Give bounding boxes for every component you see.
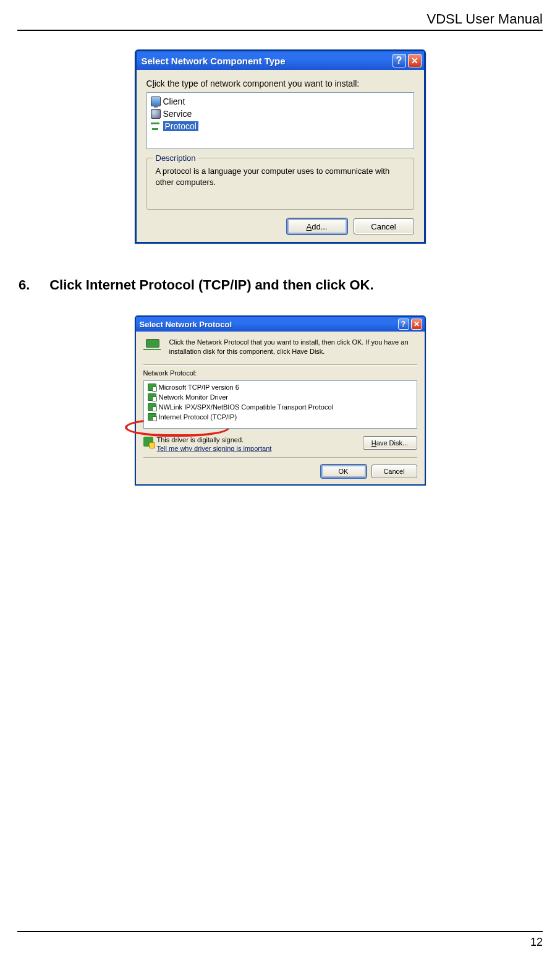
titlebar-title: Select Network Component Type (142, 56, 392, 66)
dialog-select-network-protocol: Select Network Protocol ? ✕ Click the Ne… (135, 315, 426, 486)
add-underline: A (307, 222, 312, 231)
list-item-nwlink[interactable]: NWLink IPX/SPX/NetBIOS Compatible Transp… (145, 402, 415, 412)
step-instruction: 6. Click Internet Protocol (TCP/IP) and … (19, 277, 543, 293)
help-button[interactable]: ? (398, 319, 409, 330)
step-number: 6. (19, 277, 46, 293)
list-item-label: Protocol (163, 121, 198, 131)
prompt-post: ick the type of network component you wa… (155, 79, 360, 88)
help-button[interactable]: ? (392, 54, 406, 67)
dialog-body: Click the type of network component you … (137, 70, 424, 242)
service-icon (151, 109, 161, 119)
divider (143, 364, 417, 366)
ok-text: OK (339, 468, 349, 475)
add-text: dd... (312, 222, 327, 231)
list-item-tcpip[interactable]: Internet Protocol (TCP/IP) (145, 412, 415, 422)
cancel-text: Cancel (371, 222, 396, 231)
cancel-button[interactable]: Cancel (354, 218, 414, 234)
cancel-text: Cancel (383, 468, 404, 475)
prompt-pre: C (146, 79, 153, 88)
signed-text: This driver is digitally signed. Tell me… (157, 436, 272, 452)
list-item-tcpip6[interactable]: Microsoft TCP/IP version 6 (145, 382, 415, 392)
list-item-label: Internet Protocol (TCP/IP) (159, 413, 237, 421)
havedisk-underline: H (371, 439, 376, 447)
list-item-service[interactable]: Service (150, 108, 411, 120)
signed-row: This driver is digitally signed. Tell me… (143, 436, 417, 452)
dialog-body: Click the Network Protocol that you want… (136, 332, 425, 484)
have-disk-button[interactable]: Have Disk... (363, 436, 417, 450)
list-item-label: Service (163, 109, 192, 119)
header-title: VDSL User Manual (17, 11, 543, 31)
description-groupbox: Description A protocol is a language you… (146, 158, 414, 210)
cancel-button[interactable]: Cancel (371, 465, 417, 478)
signing-info-link[interactable]: Tell me why driver signing is important (157, 445, 272, 452)
add-button[interactable]: Add... (287, 218, 347, 234)
prompt-label: Click the type of network component you … (146, 79, 414, 88)
signed-icon (143, 437, 153, 447)
list-item-label: Client (163, 96, 185, 106)
signed-line: This driver is digitally signed. (157, 436, 272, 444)
protocol-item-icon (148, 384, 156, 391)
list-item-netmon[interactable]: Network Monitor Driver (145, 392, 415, 402)
page: VDSL User Manual Select Network Componen… (0, 0, 560, 960)
groupbox-text: A protocol is a language your computer u… (156, 166, 390, 187)
protocol-icon (151, 121, 161, 131)
havedisk-text: ave Disk... (376, 439, 408, 447)
instructions-text: Click the Network Protocol that you want… (169, 338, 417, 356)
list-item-protocol[interactable]: Protocol (150, 120, 411, 132)
network-icon (143, 339, 163, 354)
list-item-label: NWLink IPX/SPX/NetBIOS Compatible Transp… (159, 403, 333, 411)
protocol-item-icon (148, 413, 156, 421)
list-item-client[interactable]: Client (150, 95, 411, 108)
divider (143, 457, 417, 458)
groupbox-legend: Description (153, 153, 198, 164)
titlebar-title: Select Network Protocol (140, 320, 398, 329)
list-item-label: Microsoft TCP/IP version 6 (159, 384, 239, 391)
instructions-row: Click the Network Protocol that you want… (143, 338, 417, 356)
titlebar: Select Network Component Type ? ✕ (137, 51, 424, 70)
page-number: 12 (17, 931, 543, 949)
dialog-select-component-type: Select Network Component Type ? ✕ Click … (135, 49, 426, 244)
titlebar: Select Network Protocol ? ✕ (136, 317, 425, 332)
list-item-label: Network Monitor Driver (159, 393, 228, 401)
close-button[interactable]: ✕ (411, 319, 422, 330)
protocol-listbox[interactable]: Microsoft TCP/IP version 6 Network Monit… (143, 380, 417, 429)
list-label: Network Protocol: (143, 369, 417, 377)
step-text: Click Internet Protocol (TCP/IP) and the… (49, 277, 373, 293)
protocol-item-icon (148, 393, 156, 401)
protocol-item-icon (148, 403, 156, 411)
component-listbox[interactable]: Client Service Protocol (146, 92, 414, 149)
client-icon (151, 96, 161, 106)
ok-button[interactable]: OK (321, 465, 367, 478)
close-button[interactable]: ✕ (408, 54, 422, 67)
